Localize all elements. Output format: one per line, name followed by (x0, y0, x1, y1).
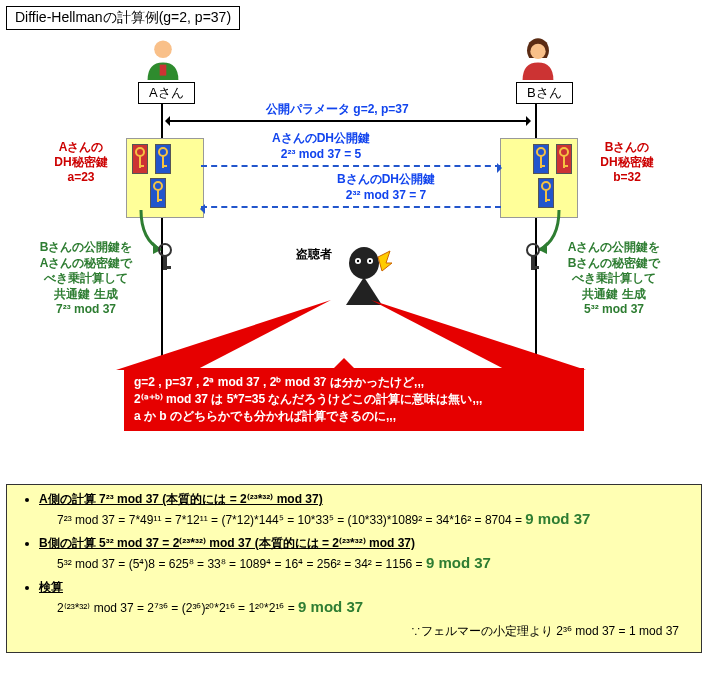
a-name-label: Aさん (138, 82, 195, 104)
svg-rect-17 (563, 165, 568, 167)
key-icon (132, 144, 148, 174)
b-pub-arrow (201, 206, 501, 208)
svg-point-3 (136, 148, 144, 156)
svg-point-23 (159, 244, 171, 256)
svg-marker-35 (116, 300, 331, 370)
b-pub-label: BさんのDH公開鍵2³² mod 37 = 7 (296, 172, 476, 203)
calc-c-ans: 9 mod 37 (298, 598, 363, 615)
svg-rect-25 (163, 266, 171, 269)
a-pub-label: AさんのDH公開鍵2²³ mod 37 = 5 (231, 131, 411, 162)
calc-box: A側の計算 7²³ mod 37 (本質的には = 2⁽²³*³²⁾ mod 3… (6, 484, 702, 653)
a-pub-arrow (201, 165, 501, 167)
key-icon (150, 178, 166, 208)
calc-a-eq: 7²³ mod 37 = 7*49¹¹ = 7*12¹¹ = (7*12)*14… (57, 513, 525, 527)
svg-point-26 (527, 244, 539, 256)
calc-c-head: 検算 (39, 580, 63, 594)
svg-point-6 (159, 148, 167, 156)
eaves-bubble: g=2 , p=37 , 2ᵃ mod 37 , 2ᵇ mod 37 は分かった… (124, 368, 584, 431)
calc-b-eq: 5³² mod 37 = (5⁴)8 = 625⁸ = 33⁸ = 1089⁴ … (57, 557, 426, 571)
svg-point-2 (530, 44, 545, 59)
svg-point-12 (537, 148, 545, 156)
shared-key-a-icon (154, 242, 176, 277)
b-secret-label: BさんのDH秘密鍵b=32 (582, 140, 672, 185)
key-icon (538, 178, 554, 208)
title-box: Diffie-Hellmanの計算例(g=2, p=37) (6, 6, 240, 30)
key-icon (155, 144, 171, 174)
a-keybox (126, 138, 204, 218)
b-name-label: Bさん (516, 82, 573, 104)
svg-point-9 (154, 182, 162, 190)
svg-rect-28 (531, 266, 539, 269)
params-label: 公開パラメータ g=2, p=37 (266, 102, 409, 118)
key-icon (533, 144, 549, 174)
svg-point-29 (349, 247, 379, 279)
shared-key-b-icon (522, 242, 544, 277)
eaves-label: 盗聴者 (296, 247, 332, 263)
calc-a-head: A側の計算 7²³ mod 37 (本質的には = 2⁽²³*³²⁾ mod 3… (39, 492, 323, 506)
calc-a-ans: 9 mod 37 (525, 510, 590, 527)
params-arrow (166, 120, 530, 122)
svg-rect-14 (540, 165, 545, 167)
svg-point-32 (357, 260, 359, 262)
b-keybox (500, 138, 578, 218)
person-b-icon (516, 36, 560, 80)
svg-rect-5 (139, 165, 144, 167)
person-a-icon (141, 36, 185, 80)
svg-point-0 (154, 40, 172, 58)
svg-rect-8 (162, 165, 167, 167)
calc-b-head: B側の計算 5³² mod 37 = 2⁽²³*³²⁾ mod 37 (本質的に… (39, 536, 415, 550)
svg-point-33 (369, 260, 371, 262)
svg-marker-34 (378, 251, 392, 271)
svg-rect-1 (160, 65, 167, 76)
diagram-stage: Aさん Bさん 公開パラメータ g=2, p=37 AさんのDH秘密鍵a=23 … (6, 30, 700, 480)
calc-b-ans: 9 mod 37 (426, 554, 491, 571)
fermat-note: ∵フェルマーの小定理より 2³⁶ mod 37 = 1 mod 37 (39, 623, 679, 640)
svg-marker-36 (371, 300, 586, 370)
svg-rect-20 (545, 199, 550, 201)
a-secret-label: AさんのDH秘密鍵a=23 (36, 140, 126, 185)
calc-c-eq: 2⁽²³*³²⁾ mod 37 = 2⁷³⁶ = (2³⁶)²⁰*2¹⁶ = 1… (57, 601, 298, 615)
key-icon (556, 144, 572, 174)
svg-rect-11 (157, 199, 162, 201)
svg-point-15 (560, 148, 568, 156)
eavesdropper-icon (336, 245, 392, 308)
svg-point-18 (542, 182, 550, 190)
